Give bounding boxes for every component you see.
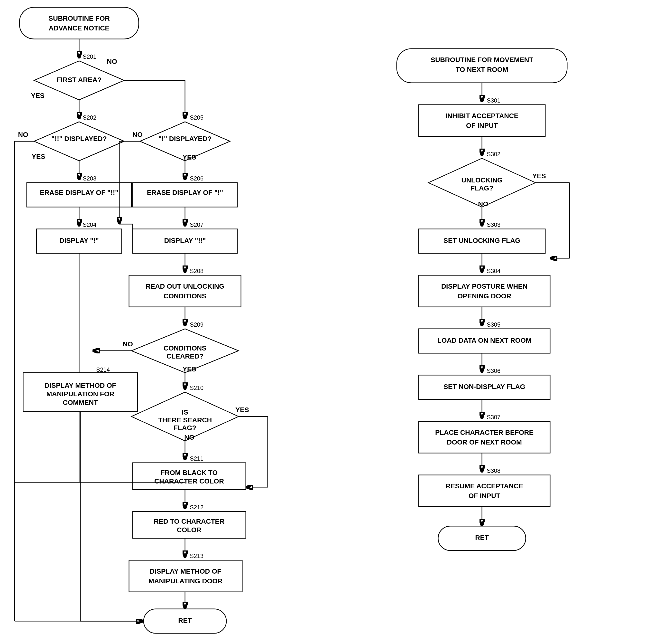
s214-text1: DISPLAY METHOD OF [44, 382, 116, 389]
s211-text2: CHARACTER COLOR [154, 477, 224, 485]
s308-text2: OF INPUT [469, 492, 500, 500]
s212-text2: COLOR [177, 526, 201, 534]
s208-text2: CONDITIONS [164, 292, 206, 300]
s210-no: NO [184, 434, 194, 441]
s205-yes: YES [183, 154, 196, 161]
s209-text2: CLEARED? [166, 353, 204, 360]
s304-box [419, 275, 550, 307]
s201-text: FIRST AREA? [57, 76, 102, 83]
s211-label: S211 [190, 455, 204, 462]
s208-text1: READ OUT UNLOCKING [146, 283, 224, 290]
s205-no: NO [132, 131, 143, 138]
s304-label: S304 [487, 268, 500, 274]
s214-text3: COMMENT [63, 399, 98, 406]
s305-text: LOAD DATA ON NEXT ROOM [437, 337, 532, 344]
s302-yes: YES [532, 172, 546, 180]
s302-label: S302 [487, 151, 500, 157]
s304-text2: OPENING DOOR [458, 292, 512, 300]
start2-text1: SUBROUTINE FOR MOVEMENT [431, 56, 533, 64]
s202-label: S202 [83, 114, 97, 121]
s203-text1: ERASE DISPLAY OF "!!" [40, 189, 118, 196]
ret-left-text: RET [178, 617, 192, 624]
s302-text1: UNLOCKING [461, 176, 503, 184]
s208-box [129, 275, 241, 307]
s201-label: S201 [83, 53, 97, 60]
s205-text: "!" DISPLAYED? [159, 135, 211, 142]
start-label-line2: ADVANCE NOTICE [49, 24, 109, 32]
s301-text1: INHIBIT ACCEPTANCE [445, 112, 518, 120]
s207-text: DISPLAY "!!" [164, 237, 206, 244]
s209-label: S209 [190, 321, 204, 328]
s301-box [419, 105, 545, 136]
s214-label: S214 [96, 366, 110, 373]
s307-label: S307 [487, 414, 500, 420]
s213-text1: DISPLAY METHOD OF [150, 567, 221, 575]
s212-label: S212 [190, 504, 204, 510]
start-label-line1: SUBROUTINE FOR [48, 15, 110, 22]
ret-right-text: RET [475, 534, 489, 541]
s201-no: NO [107, 58, 117, 65]
s210-yes: YES [235, 406, 249, 414]
s210-text3: FLAG? [173, 424, 196, 431]
s209-yes: YES [183, 365, 196, 373]
s308-box [419, 475, 550, 507]
s202-text1: "!!" DISPLAYED? [51, 135, 107, 142]
s210-text1: IS [182, 408, 188, 416]
s202-yes: YES [32, 153, 45, 160]
s303-text: SET UNLOCKING FLAG [443, 237, 520, 244]
s212-text1: RED TO CHARACTER [154, 518, 224, 525]
s204-text: DISPLAY "!" [59, 237, 99, 244]
s201-yes: YES [31, 92, 44, 99]
start-terminal [19, 7, 139, 39]
s214-text2: MANIPULATION FOR [46, 390, 114, 398]
s213-label: S213 [190, 553, 204, 559]
s206-text: ERASE DISPLAY OF "!" [147, 189, 223, 196]
s307-box [419, 421, 550, 453]
s308-label: S308 [487, 467, 500, 474]
s213-text2: MANIPULATING DOOR [148, 577, 223, 585]
s209-no: NO [123, 340, 133, 348]
s302-text2: FLAG? [471, 184, 493, 192]
s211-text1: FROM BLACK TO [161, 469, 217, 477]
s307-text1: PLACE CHARACTER BEFORE [435, 429, 534, 436]
s203-label: S203 [83, 175, 97, 182]
s306-label: S306 [487, 367, 500, 374]
s301-label: S301 [487, 97, 500, 104]
s208-label: S208 [190, 268, 204, 274]
s207-label: S207 [190, 221, 204, 228]
s301-text2: OF INPUT [466, 122, 498, 129]
s206-label: S206 [190, 175, 204, 182]
s205-label: S205 [190, 114, 204, 121]
s210-label: S210 [190, 385, 204, 391]
flowchart-container: SUBROUTINE FOR ADVANCE NOTICE S201 FIRST… [0, 0, 664, 644]
s303-label: S303 [487, 221, 500, 228]
s213-box [129, 560, 242, 592]
s302-no: NO [478, 200, 488, 208]
s209-text1: CONDITIONS [164, 344, 206, 352]
s210-text2: THERE SEARCH [158, 416, 212, 424]
s305-label: S305 [487, 321, 500, 328]
s202-no: NO [18, 131, 28, 138]
s204-label: S204 [83, 221, 97, 228]
s304-text1: DISPLAY POSTURE WHEN [441, 283, 528, 290]
start2-text2: TO NEXT ROOM [456, 66, 508, 73]
s306-text: SET NON-DISPLAY FLAG [443, 383, 525, 390]
s308-text1: RESUME ACCEPTANCE [446, 482, 523, 490]
s307-text2: DOOR OF NEXT ROOM [447, 438, 522, 446]
